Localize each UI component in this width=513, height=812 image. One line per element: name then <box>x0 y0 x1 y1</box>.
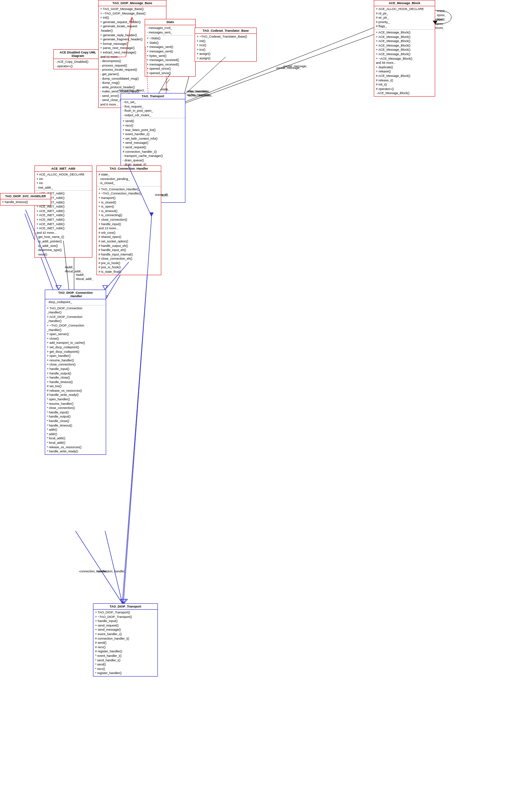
svg-text:#local_addr_: #local_addr_ <box>65 270 83 273</box>
svg-text:-connection_handler_: -connection_handler_ <box>79 570 109 573</box>
svg-line-23 <box>105 531 122 603</box>
ace-inet-addr-box: ACE_INET_Addr + ACE_ALLOC_HOOK_DECLARE +… <box>34 166 92 258</box>
ace-message-block-methods: + ACE_Message_Block() + ACE_Message_Bloc… <box>374 30 435 96</box>
tao-diop-transport-methods: + TAO_DIOP_Transport() + ~TAO_DIOP_Trans… <box>93 610 157 676</box>
tao-diop-connection-handler-box: TAO_DIOP_Connection_Handler · dscp_codep… <box>45 290 106 455</box>
svg-text:-partial_message_: -partial_message_ <box>283 64 308 68</box>
tao-transport-title: TAO_Transport <box>121 93 185 99</box>
tao-connection-handler-title: TAO_Connection_Handler <box>97 166 161 172</box>
tao-codeset-translator-base-title: TAO_Codeset_Translator_Base <box>195 28 256 34</box>
svg-text:-wchar_translator_: -wchar_translator_ <box>186 93 212 97</box>
tao-codeset-translator-base-members: + ~TAO_Codeset_Translator_Base() + init(… <box>195 34 256 61</box>
svg-text:#local_addr_: #local_addr_ <box>76 277 94 281</box>
diagram-container: -messaging_object_ -stats_ -char_transla… <box>0 0 513 812</box>
svg-text:#addr_: #addr_ <box>76 273 85 277</box>
svg-text:#next_: #next_ <box>435 18 444 21</box>
ace-copy-disabled-box: ACE Disabled Copy UML Diagram - ACE_Copy… <box>53 49 102 69</box>
svg-text:#prev_: #prev_ <box>435 22 445 26</box>
svg-text:-wchar_translator_: -wchar_translator_ <box>187 94 213 97</box>
stats-fields: - messages_rcvd_ - messages_sent_ <box>145 25 195 36</box>
svg-marker-43 <box>103 285 107 290</box>
tao-codeset-translator-base-box: TAO_Codeset_Translator_Base + ~TAO_Codes… <box>195 28 257 62</box>
svg-text:#prev_: #prev_ <box>437 13 447 17</box>
stats-box: Stats - messages_rcvd_ - messages_sent_ … <box>145 19 196 77</box>
stats-title: Stats <box>145 19 195 25</box>
ace-message-block-box: ACE_Message_Block + ACE_ALLOC_HOOK_DECLA… <box>374 0 435 97</box>
tao-diop-svc-handler-methods: + handle_timeout() <box>0 199 51 205</box>
svg-marker-40 <box>56 285 61 290</box>
stats-methods: + ~Stats() + Stats() + messages_sent() +… <box>145 36 195 76</box>
tao-diop-connection-handler-methods: + TAO_DIOP_Connection _Handler() + ACE_D… <box>45 305 106 454</box>
ace-inet-addr-fields: + ACE_ALLOC_HOOK_DECLARE + int- + int- ·… <box>35 172 92 191</box>
tao-connection-handler-methods: + TAO_Connection_Handler() + ~TAO_Connec… <box>97 187 161 275</box>
ace-copy-disabled-members: - ACE_Copy_Disabled() · operator=() <box>54 59 102 69</box>
svg-text:#cont_: #cont_ <box>437 18 446 21</box>
ace-inet-addr-title: ACE_INET_Addr <box>35 166 92 172</box>
svg-text:-partial_message_: -partial_message_ <box>276 66 301 70</box>
ace-copy-disabled-title: ACE Disabled Copy UML Diagram <box>54 50 102 59</box>
tao-diop-svc-handler-box: TAO_DIOP_SVC_HANDLER + handle_timeout() <box>0 193 51 205</box>
tao-diop-connection-handler-title: TAO_DIOP_Connection_Handler <box>45 290 106 299</box>
svg-line-25 <box>122 217 152 603</box>
svg-text:#cont_: #cont_ <box>435 26 444 30</box>
tao-transport-fields: - tcs_set_ - first_request_ - flush_in_p… <box>121 99 185 118</box>
svg-text:-char_translator_: -char_translator_ <box>187 90 211 93</box>
svg-text:-connection_handler_: -connection_handler_ <box>96 570 126 573</box>
tao-connection-handler-fields: # state_ · connection_pending_ · is_clos… <box>97 172 161 187</box>
svg-text:#addr_: #addr_ <box>65 265 74 269</box>
svg-marker-26 <box>121 599 127 603</box>
ace-message-block-fields: + ACE_ALLOC_HOOK_DECLARE # rd_ptr_ # wr_… <box>374 6 435 30</box>
svg-line-44 <box>75 531 122 603</box>
svg-marker-36 <box>121 599 126 603</box>
ace-message-block-title: ACE_Message_Block <box>374 0 435 6</box>
svg-text:-char_translator_: -char_translator_ <box>186 90 209 93</box>
tao-diop-svc-handler-title: TAO_DIOP_SVC_HANDLER <box>0 193 51 199</box>
tao-diop-transport-box: TAO_DIOP_Transport + TAO_DIOP_Transport(… <box>93 603 158 676</box>
tao-diop-connection-handler-fields: · dscp_codepoint_ <box>45 299 106 305</box>
tao-diop-transport-title: TAO_DIOP_Transport <box>93 604 157 610</box>
tao-connection-handler-box: TAO_Connection_Handler # state_ · connec… <box>96 166 161 275</box>
svg-text:#next_: #next_ <box>437 9 446 13</box>
tao-giop-message-base-title: TAO_GIOP_Message_Base <box>99 0 166 6</box>
